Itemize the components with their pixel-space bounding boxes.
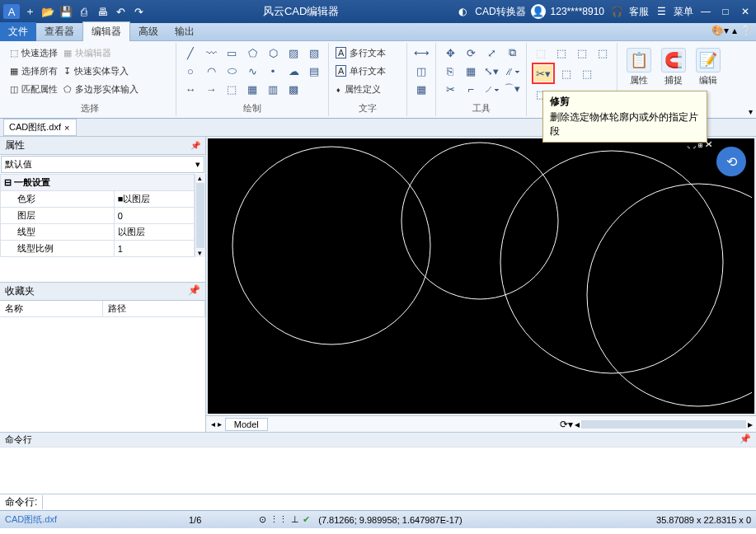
fav-col-path[interactable]: 路径 (103, 301, 206, 316)
rotate-icon[interactable]: ⟳ (462, 44, 480, 61)
polar-toggle-icon[interactable]: ✔ (303, 514, 310, 525)
t8-icon[interactable]: ⌒▾ (503, 81, 521, 97)
dim3-icon[interactable]: ▦ (412, 81, 430, 97)
quick-import-button[interactable]: ↧快速实体导入 (62, 63, 130, 79)
polyline-icon[interactable]: 〰 (202, 44, 220, 61)
match-props-button[interactable]: ◫匹配属性 (8, 81, 59, 97)
array-icon[interactable]: ▦ (462, 63, 480, 79)
minimize-icon[interactable]: — (698, 4, 713, 19)
spline-icon[interactable]: ∿ (243, 63, 261, 79)
file-tab-active[interactable]: CAD图纸.dxf × (3, 119, 77, 136)
print-icon[interactable]: 🖶 (94, 4, 110, 19)
mtext-button[interactable]: A多行文本 (334, 44, 401, 61)
properties-selector[interactable]: 默认值▾ (1, 156, 204, 173)
support-label[interactable]: 客服 (629, 5, 649, 19)
trim-button[interactable]: ✂▾ (534, 65, 552, 82)
command-history[interactable] (0, 447, 756, 494)
m6-icon[interactable]: ⬚ (557, 65, 575, 82)
view-cube-icon[interactable]: ⟲ (716, 147, 746, 176)
drawing-canvas[interactable]: ⟲ ⛶ ⊞ ✕ (208, 138, 754, 414)
dim2-icon[interactable]: ◫ (412, 63, 430, 79)
offset-icon[interactable]: ⫽▾ (503, 63, 521, 79)
min-ribbon-icon[interactable]: ▴ (732, 25, 737, 36)
ray-icon[interactable]: → (202, 81, 220, 97)
t7-icon[interactable]: ⟋▾ (482, 81, 500, 97)
copy-icon[interactable]: ⎘ (441, 63, 459, 79)
snap-toggle-icon[interactable]: ⊙ (259, 514, 266, 525)
fav-col-name[interactable]: 名称 (0, 301, 103, 316)
close-icon[interactable]: ✕ (738, 4, 753, 19)
converter-label[interactable]: CAD转换器 (475, 5, 525, 19)
help-icon[interactable]: ❔ (740, 25, 753, 36)
save-pdf-icon[interactable]: ⎙ (76, 4, 92, 19)
t5-icon[interactable]: ✂ (441, 81, 459, 97)
d3-icon[interactable]: ⬚ (223, 81, 241, 97)
arc-icon[interactable]: ◠ (202, 63, 220, 79)
m3-icon[interactable]: ⬚ (573, 44, 591, 61)
scale-icon[interactable]: ⤢ (482, 44, 500, 61)
ribbon-expand-icon[interactable]: ▾ (749, 107, 753, 116)
grid-toggle-icon[interactable]: ⋮⋮ (270, 514, 288, 525)
redo-icon[interactable]: ↷ (130, 4, 147, 19)
shape2-icon[interactable]: ▨ (284, 44, 303, 61)
model-tabs-nav-icon[interactable]: ◂ ▸ (211, 419, 222, 429)
menu-viewer[interactable]: 查看器 (36, 22, 82, 41)
stext-button[interactable]: A单行文本 (334, 63, 401, 79)
ortho-toggle-icon[interactable]: ⊥ (291, 514, 299, 525)
polygon-icon[interactable]: ⬠ (243, 44, 261, 61)
undo-icon[interactable]: ↶ (112, 4, 129, 19)
converter-icon[interactable]: ◐ (455, 4, 470, 19)
hatch-icon[interactable]: ▤ (305, 63, 323, 79)
m1-icon[interactable]: ⬚ (532, 44, 550, 61)
prop-ltype-val[interactable]: 以图层 (114, 224, 194, 241)
mirror-icon[interactable]: ⧉ (503, 44, 521, 61)
m4-icon[interactable]: ⬚ (594, 44, 612, 61)
menu-icon[interactable]: ☰ (654, 4, 669, 19)
menu-editor[interactable]: 编辑器 (82, 21, 130, 42)
menu-output[interactable]: 输出 (167, 22, 203, 41)
cmd-pin-icon[interactable]: 📌 (740, 433, 751, 446)
command-input[interactable] (43, 498, 756, 508)
save-icon[interactable]: 💾 (58, 4, 74, 19)
menu-advanced[interactable]: 高级 (130, 22, 167, 41)
cloud-icon[interactable]: ☁ (284, 63, 303, 79)
line-icon[interactable]: ╱ (181, 44, 200, 61)
shape3-icon[interactable]: ▧ (305, 44, 323, 61)
prop-lscale-val[interactable]: 1 (114, 241, 194, 257)
d6-icon[interactable]: ▩ (284, 81, 303, 97)
t6-icon[interactable]: ⌐ (462, 81, 480, 97)
m7-icon[interactable]: ⬚ (578, 65, 596, 82)
maximize-icon[interactable]: □ (718, 4, 733, 19)
props-scrollbar[interactable]: ▴▾ (195, 174, 205, 257)
style-icon[interactable]: 🎨▾ (711, 25, 729, 36)
select-all-button[interactable]: ▦选择所有 (8, 63, 59, 79)
stretch-icon[interactable]: ⤡▾ (482, 63, 500, 79)
support-icon[interactable]: 🎧 (609, 4, 624, 19)
file-tab-close-icon[interactable]: × (64, 123, 69, 133)
open-icon[interactable]: 📂 (40, 4, 56, 19)
m2-icon[interactable]: ⬚ (552, 44, 571, 61)
point-icon[interactable]: • (264, 63, 282, 79)
prop-group[interactable]: ⊟ 一般设置 (1, 175, 195, 191)
user-avatar-icon[interactable]: 👤 (531, 4, 546, 19)
xline-icon[interactable]: ↔ (181, 81, 200, 97)
quick-select-button[interactable]: ⬚快速选择 (8, 44, 59, 61)
fav-pin-icon[interactable]: 📌 (188, 284, 200, 298)
ellipse-icon[interactable]: ⬭ (223, 63, 241, 79)
d5-icon[interactable]: ▥ (264, 81, 282, 97)
dim1-icon[interactable]: ⟷ (412, 44, 430, 61)
block-editor-button[interactable]: ▦块编辑器 (62, 44, 113, 61)
attrdef-button[interactable]: ⬧属性定义 (334, 81, 401, 97)
move-icon[interactable]: ✥ (441, 44, 459, 61)
prop-color-val[interactable]: ■以图层 (114, 191, 194, 208)
poly-input-button[interactable]: ⬠多边形实体输入 (62, 81, 140, 97)
rect-icon[interactable]: ▭ (223, 44, 241, 61)
circle-icon[interactable]: ○ (181, 63, 200, 79)
canvas-hscroll[interactable]: ⟳▾ ◂▸ (560, 419, 756, 430)
d4-icon[interactable]: ▦ (243, 81, 261, 97)
prop-layer-val[interactable]: 0 (114, 208, 194, 224)
menu-label[interactable]: 菜单 (674, 5, 693, 19)
menu-file[interactable]: 文件 (0, 22, 36, 41)
model-tab[interactable]: Model (225, 418, 268, 431)
new-icon[interactable]: ＋ (21, 4, 38, 19)
